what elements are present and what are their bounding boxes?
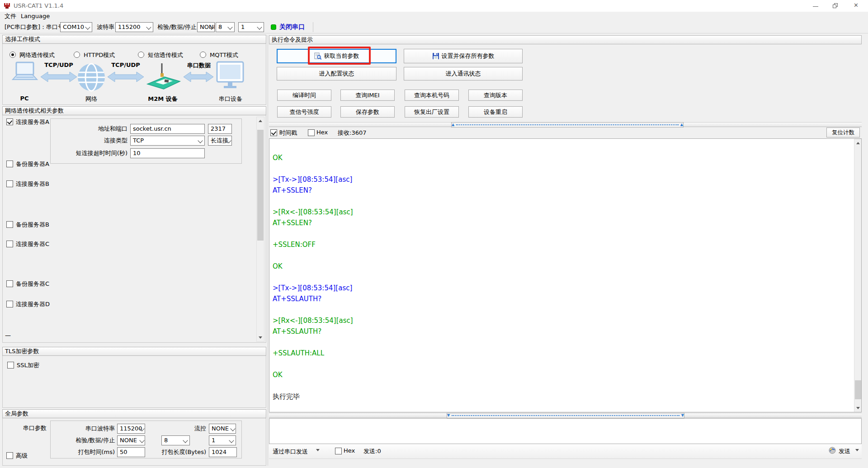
minimize-button[interactable] — [812, 3, 819, 9]
log-line: AT+SSLAUTH? — [273, 293, 850, 304]
global-params-section: 全局参数 串口参数 串口波特率 115200 流控 NONE 检验/数据/停止 … — [2, 410, 266, 466]
query-imei-button[interactable]: 查询IMEI — [340, 90, 395, 101]
log-output[interactable]: OK >[Tx->][08:53:54][asc] AT+SSLEN? >[Rx… — [269, 138, 862, 412]
collapse-down-icon[interactable]: ▼ — [447, 414, 450, 417]
log-line: >[Rx<-][08:53:54][asc] — [273, 315, 850, 326]
backup-b-checkbox[interactable] — [6, 221, 13, 228]
log-line — [273, 380, 850, 391]
log-line — [273, 272, 850, 283]
log-line — [273, 304, 850, 315]
arrow-icon — [108, 72, 144, 82]
log-line: +SSLEN:OFF — [273, 239, 850, 250]
scrollbar-thumb[interactable] — [855, 380, 861, 399]
log-splitter[interactable]: ▲ ▲ — [269, 122, 862, 127]
gp-parity-select[interactable]: NONE — [117, 435, 145, 445]
server-a-checkbox[interactable] — [6, 118, 13, 125]
collapse-up-icon[interactable]: ▲ — [680, 123, 683, 127]
radio-mqtt[interactable] — [200, 52, 206, 58]
gp-flow-select[interactable]: NONE — [209, 424, 236, 434]
server-c-checkbox[interactable] — [6, 241, 13, 247]
gp-framing-label: 检验/数据/停止 — [61, 435, 115, 445]
send-icon — [828, 446, 836, 454]
query-signal-button[interactable]: 查信号强度 — [277, 106, 331, 118]
log-line — [273, 250, 850, 261]
net-params-scrollbar[interactable] — [256, 117, 264, 342]
scroll-down-button[interactable] — [257, 334, 264, 341]
log-line: AT+SSLEN? — [273, 217, 850, 228]
ssl-checkbox[interactable] — [7, 362, 14, 369]
splitter-handle[interactable]: ▼ ▼ — [447, 413, 684, 418]
log-line: >[Rx<-][08:53:54][asc] — [273, 207, 850, 217]
device-restart-button[interactable]: 设备重启 — [468, 106, 523, 118]
timestamp-checkbox[interactable] — [270, 129, 277, 136]
com-port-select[interactable]: COM10 — [60, 22, 92, 32]
advanced-checkbox[interactable] — [6, 452, 13, 459]
parity-select[interactable]: NONI — [197, 22, 215, 32]
save-params-button[interactable]: 保存参数 — [340, 106, 395, 118]
close-button[interactable]: ✕ — [854, 2, 859, 9]
splitter-handle[interactable]: ▲ ▲ — [451, 122, 684, 128]
reset-counter-button[interactable]: 复位计数 — [826, 128, 860, 137]
server-d-checkbox[interactable] — [6, 301, 13, 307]
databits-select[interactable]: 8 — [216, 22, 235, 32]
server-b-checkbox[interactable] — [6, 180, 13, 187]
baud-label: 波特率 — [97, 21, 114, 33]
query-number-button[interactable]: 查询本机号码 — [405, 90, 459, 101]
baud-select[interactable]: 115200 — [115, 22, 153, 32]
send-button[interactable]: 发送 — [839, 447, 850, 455]
radio-httpd[interactable] — [74, 52, 80, 58]
close-port-button[interactable]: 关闭串口 — [279, 23, 305, 31]
backup-c-checkbox[interactable] — [6, 280, 13, 287]
log-line: 执行完毕 — [273, 391, 850, 402]
tls-header: TLS加密参数 — [2, 347, 266, 356]
gp-baud-select[interactable]: 115200 — [117, 424, 145, 434]
backup-a-label: 备份服务器A — [16, 160, 49, 168]
send-text-area[interactable] — [269, 418, 862, 444]
serial-device-icon — [217, 62, 243, 88]
compile-time-button[interactable]: 编译时间 — [277, 90, 331, 101]
app-window: USR-CAT1 V1.1.4 ✕ 文件 Language [PC串口参数]：串… — [0, 0, 868, 468]
radio-httpd-label: HTTPD模式 — [84, 51, 115, 59]
query-version-button[interactable]: 查询版本 — [468, 90, 523, 101]
log-scrollbar[interactable] — [854, 139, 862, 412]
set-save-all-button[interactable]: 设置并保存所有参数 — [404, 49, 523, 63]
restore-button[interactable] — [832, 3, 839, 9]
send-mode-dropdown[interactable]: 通过串口发送 — [273, 448, 308, 456]
arrow-icon — [41, 72, 77, 82]
chevron-down-icon — [316, 449, 320, 451]
scrollbar-thumb[interactable] — [257, 130, 264, 241]
collapse-up-icon[interactable]: ▲ — [452, 123, 454, 127]
server-a-port-input[interactable]: 2317 — [208, 124, 232, 134]
scroll-up-button[interactable] — [854, 139, 862, 147]
gp-databits-select[interactable]: 8 — [161, 435, 190, 445]
collapse-down-icon[interactable]: ▼ — [681, 414, 684, 417]
get-params-button[interactable]: 获取当前参数 — [277, 49, 396, 63]
pack-time-input[interactable]: 50 — [117, 447, 145, 457]
keepalive-select[interactable]: 长连接 — [208, 136, 232, 146]
stopbits-select[interactable]: 1 — [238, 22, 264, 32]
menu-file[interactable]: 文件 — [2, 12, 19, 21]
log-hex-checkbox[interactable] — [308, 129, 315, 136]
scroll-up-button[interactable] — [257, 117, 264, 125]
pack-len-input[interactable]: 1024 — [209, 447, 237, 457]
net-params-section: 网络透传模式相关参数 连接服务器A 地址和端口 socket.usr.cn 23… — [2, 107, 266, 343]
send-splitter[interactable]: ▼ ▼ — [269, 413, 862, 418]
enter-comm-button[interactable]: 进入通讯状态 — [404, 67, 523, 80]
menu-language[interactable]: Language — [18, 12, 52, 21]
backup-a-checkbox[interactable] — [6, 161, 13, 167]
conn-type-select[interactable]: TCP — [130, 136, 205, 146]
sent-count: 发送:0 — [363, 447, 381, 455]
radio-sms[interactable] — [138, 52, 144, 58]
server-b-label: 连接服务器B — [16, 180, 49, 188]
enter-config-button[interactable]: 进入配置状态 — [277, 67, 396, 80]
radio-net-passthrough[interactable] — [9, 52, 16, 58]
server-a-address-input[interactable]: socket.usr.cn — [130, 124, 205, 134]
chevron-down-icon — [198, 138, 203, 143]
factory-reset-button[interactable]: 恢复出厂设置 — [405, 106, 459, 118]
gp-stopbits-select[interactable]: 1 — [209, 435, 236, 445]
clipped-content-dash: — — [5, 332, 11, 339]
send-hex-checkbox[interactable] — [335, 448, 342, 454]
framing-label: 检验/数据/停止 — [157, 21, 197, 33]
scroll-down-button[interactable] — [854, 404, 862, 412]
short-timeout-input[interactable]: 10 — [130, 148, 205, 158]
